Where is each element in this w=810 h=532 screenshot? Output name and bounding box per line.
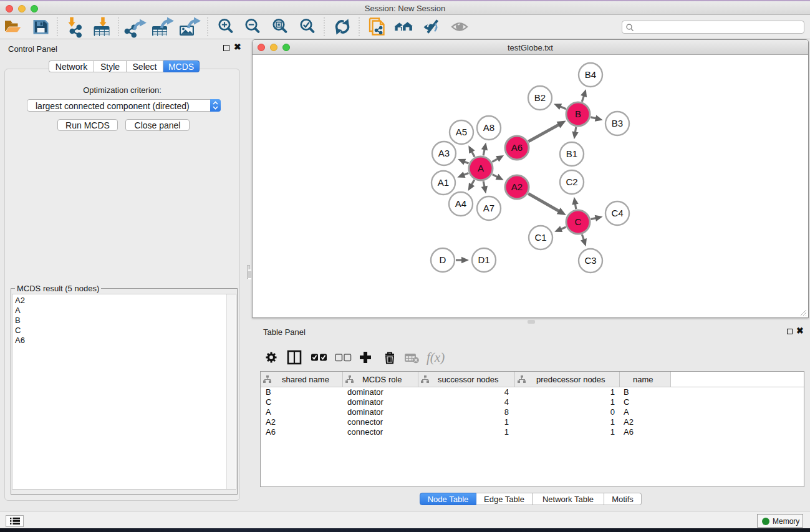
svg-text:f(x): f(x) <box>427 350 445 365</box>
